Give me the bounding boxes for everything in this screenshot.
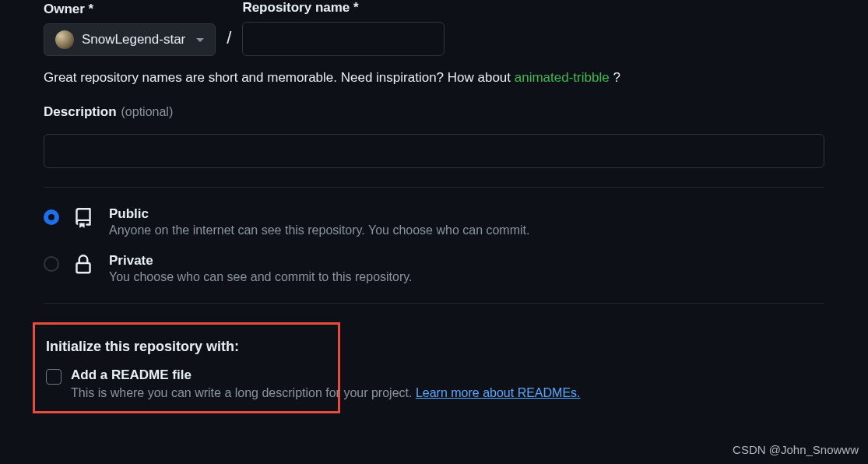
readme-checkbox[interactable]	[46, 369, 61, 385]
divider	[44, 303, 824, 304]
repo-name-input[interactable]	[242, 22, 445, 56]
visibility-private-option[interactable]: Private You choose who can see and commi…	[44, 253, 824, 284]
lock-icon	[73, 255, 95, 278]
suggestion-link[interactable]: animated-tribble	[515, 70, 610, 85]
public-title: Public	[109, 206, 529, 222]
visibility-public-option[interactable]: Public Anyone on the internet can see th…	[44, 206, 824, 237]
optional-label: (optional)	[121, 105, 174, 119]
avatar	[55, 30, 74, 49]
owner-label: Owner *	[44, 2, 216, 17]
radio-public[interactable]	[44, 209, 59, 225]
hint-text: Great repository names are short and mem…	[44, 70, 824, 86]
private-desc: You choose who can see and commit to thi…	[109, 270, 413, 284]
readme-desc-text: This is where you can write a long descr…	[71, 386, 416, 399]
chevron-down-icon	[196, 38, 204, 42]
public-desc: Anyone on the internet can see this repo…	[109, 223, 529, 237]
owner-select[interactable]: SnowLegend-star	[44, 23, 216, 56]
slash-separator: /	[222, 28, 236, 56]
readme-desc: This is where you can write a long descr…	[71, 386, 581, 400]
readme-learn-more-link[interactable]: Learn more about READMEs.	[416, 386, 581, 399]
divider	[44, 187, 824, 188]
radio-private[interactable]	[44, 256, 59, 272]
repo-icon	[73, 208, 95, 231]
hint-prefix: Great repository names are short and mem…	[44, 70, 515, 85]
watermark: CSDN @John_Snowww	[733, 443, 859, 456]
description-label: Description	[44, 104, 117, 120]
owner-name: SnowLegend-star	[82, 32, 185, 47]
description-input[interactable]	[44, 134, 824, 168]
init-title: Initialize this repository with:	[46, 339, 327, 355]
highlight-box: Initialize this repository with: Add a R…	[33, 322, 340, 413]
readme-title: Add a README file	[71, 367, 581, 383]
private-title: Private	[109, 253, 413, 269]
repo-name-label: Repository name *	[242, 0, 445, 16]
hint-suffix: ?	[610, 70, 620, 85]
